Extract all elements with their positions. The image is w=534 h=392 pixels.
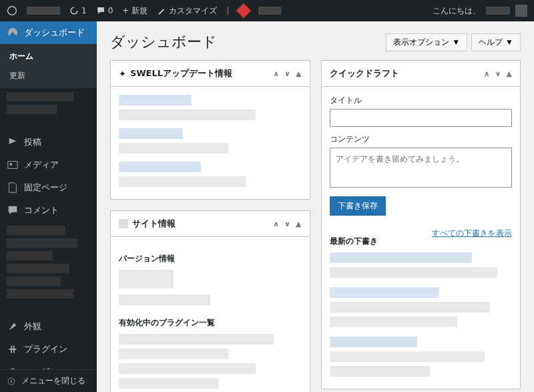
svg-point-1 <box>10 163 13 166</box>
submenu-home[interactable]: ホーム <box>0 47 97 66</box>
menu-comments[interactable]: コメント <box>0 199 97 222</box>
draft-content-input[interactable] <box>330 148 513 188</box>
menu-posts[interactable]: 投稿 <box>0 131 97 154</box>
svg-point-0 <box>8 7 17 15</box>
save-draft-button[interactable]: 下書き保存 <box>330 196 386 216</box>
collapse-menu[interactable]: メニューを閉じる <box>0 369 97 392</box>
screen-options-button[interactable]: 表示オプション ▼ <box>386 33 467 51</box>
toggle-icon[interactable]: ▲ <box>296 69 301 78</box>
swell-update-box: ✦SWELLアップデート情報∧∨▲ <box>110 60 310 200</box>
submenu-updates[interactable]: 更新 <box>0 66 97 85</box>
draft-title-input[interactable] <box>330 109 513 127</box>
customize-link[interactable]: カスタマイズ <box>157 5 217 17</box>
updates-count[interactable]: 1 <box>69 6 87 15</box>
wp-logo[interactable] <box>7 5 17 16</box>
menu-media[interactable]: メディア <box>0 154 97 176</box>
plugin-indicator[interactable]: | <box>226 6 229 15</box>
greeting: こんにちは、 <box>433 5 481 17</box>
site-name[interactable] <box>27 7 60 15</box>
swell-icon: ✦ <box>119 69 126 79</box>
page-title: ダッシュボード <box>110 32 217 52</box>
move-up-icon[interactable]: ∧ <box>273 69 279 78</box>
view-all-drafts-link[interactable]: すべての下書きを表示 <box>432 228 512 247</box>
menu-pages[interactable]: 固定ページ <box>0 176 97 199</box>
menu-dashboard[interactable]: ダッシュボード <box>0 21 97 44</box>
comments-count[interactable]: 0 <box>96 6 113 15</box>
warning-icon[interactable] <box>238 5 249 16</box>
menu-appearance[interactable]: 外観 <box>0 315 97 338</box>
info-icon <box>119 219 128 228</box>
quick-draft-box: クイックドラフト∧∨▲ タイトル コンテンツ 下書き保存 最新の下書き すべての… <box>321 60 521 389</box>
new-content[interactable]: + 新規 <box>122 5 148 17</box>
move-down-icon[interactable]: ∨ <box>284 69 290 78</box>
menu-plugins[interactable]: プラグイン <box>0 338 97 361</box>
site-info-box: サイト情報∧∨▲ バージョン情報 有効化中のプラグイン一覧 <box>110 210 310 392</box>
avatar[interactable] <box>515 5 527 17</box>
help-button[interactable]: ヘルプ ▼ <box>471 33 521 51</box>
